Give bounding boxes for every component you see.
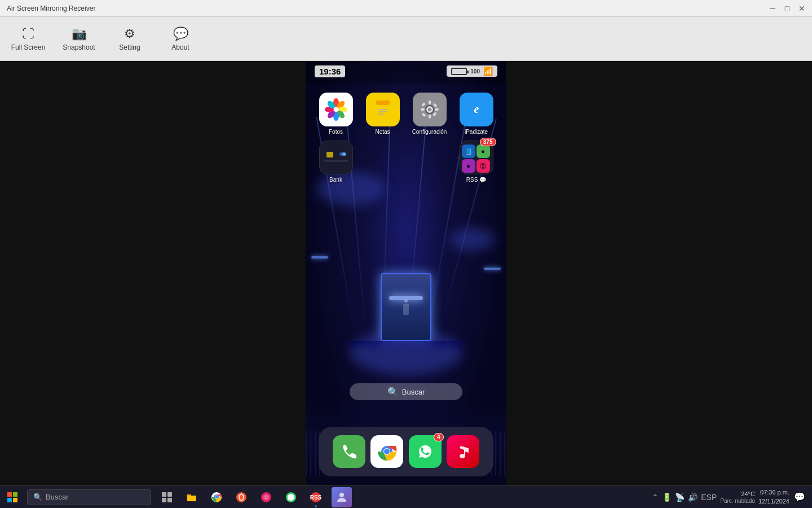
setting-button[interactable]: ⚙ Setting: [107, 20, 152, 58]
notas-label: Notas: [375, 129, 390, 135]
taskbar-avatar[interactable]: [332, 487, 352, 507]
taskbar-rss[interactable]: RSS: [304, 486, 327, 509]
about-button[interactable]: 💬 About: [158, 20, 203, 58]
title-bar-controls: ─ □ ✕: [767, 0, 807, 17]
ipadizate-icon: e: [460, 93, 493, 126]
app-empty-1: [361, 141, 404, 183]
svg-rect-16: [429, 100, 431, 104]
phone-icon: [333, 435, 365, 468]
dock-chrome[interactable]: [370, 435, 403, 468]
battery-level: 100: [470, 68, 480, 75]
system-icons: ⌃ 🔋 📡 🔊 ESP: [652, 493, 717, 502]
svg-rect-44: [162, 498, 166, 502]
taskbar-whatsapp[interactable]: [280, 486, 302, 509]
close-button[interactable]: ✕: [796, 3, 807, 14]
weather-temp: 24°C: [741, 491, 755, 497]
stage-screen-inner: [382, 274, 430, 340]
taskbar-app5[interactable]: [255, 486, 277, 509]
app-title: Air Screen Mirroring Receiver: [7, 5, 95, 12]
svg-text:e: e: [474, 103, 479, 115]
camera-icon: 📷: [72, 27, 87, 41]
full-screen-label: Full Screen: [11, 43, 46, 51]
taskbar-right: ⌃ 🔋 📡 🔊 ESP 24°C Parc. nublado 07:36 p.m…: [646, 488, 812, 506]
svg-rect-18: [421, 108, 425, 111]
app-bank[interactable]: Bank: [315, 141, 357, 183]
status-bar: 19:36 100 📶: [306, 59, 506, 84]
battery-taskbar-icon: 🔋: [662, 493, 672, 502]
volume-icon: 🔊: [688, 493, 698, 502]
app-fotos[interactable]: Fotos: [315, 93, 357, 135]
app-ipadizate[interactable]: e iPadizate: [455, 93, 497, 135]
taskbar-search-icon: 🔍: [33, 493, 42, 501]
taskbar-clock: 07:36 p.m. 12/11/2024: [758, 488, 789, 506]
chrome-icon: [370, 435, 403, 468]
minimize-button[interactable]: ─: [767, 3, 778, 14]
gear-icon: ⚙: [124, 27, 135, 41]
taskbar-search[interactable]: 🔍 Buscar: [27, 489, 151, 505]
svg-rect-20: [421, 102, 426, 107]
search-bar[interactable]: 🔍 Buscar: [350, 383, 462, 400]
bank-icon: [319, 141, 353, 174]
start-button[interactable]: [0, 486, 25, 509]
fotos-label: Fotos: [329, 129, 343, 135]
svg-point-35: [384, 449, 390, 454]
svg-point-49: [215, 496, 218, 498]
empty-slot-2: [413, 141, 447, 174]
taskbar: 🔍 Buscar: [0, 485, 812, 508]
svg-rect-43: [167, 492, 172, 497]
status-time: 19:36: [315, 65, 345, 77]
svg-point-52: [263, 494, 269, 500]
weather-desc: Parc. nublado: [720, 498, 755, 504]
full-screen-button[interactable]: ⛶ Full Screen: [6, 20, 51, 58]
toolbar: ⛶ Full Screen 📷 Snapshoot ⚙ Setting 💬 Ab…: [0, 17, 812, 61]
music-icon: [447, 435, 479, 468]
svg-rect-28: [324, 160, 348, 162]
app-rss[interactable]: 375 📘 ● ● Ⓢ RSS 💬: [455, 141, 497, 183]
taskbar-task-view[interactable]: [156, 486, 178, 509]
svg-rect-41: [13, 498, 17, 502]
dock-music[interactable]: [447, 435, 479, 468]
snapshoot-label: Snapshoot: [63, 43, 95, 51]
svg-rect-39: [13, 492, 17, 497]
svg-rect-42: [162, 492, 166, 497]
rss-label: RSS 💬: [466, 177, 486, 183]
svg-rect-27: [326, 152, 333, 157]
svg-rect-19: [435, 108, 439, 111]
about-icon: 💬: [173, 27, 188, 41]
svg-rect-40: [7, 498, 12, 502]
taskbar-explorer[interactable]: [180, 486, 203, 509]
maximize-button[interactable]: □: [782, 3, 793, 14]
svg-point-56: [339, 493, 344, 497]
taskbar-search-text: Buscar: [46, 493, 68, 501]
taskbar-brave[interactable]: [230, 486, 253, 509]
chevron-up-icon[interactable]: ⌃: [652, 493, 659, 502]
fotos-petals: [319, 93, 353, 126]
battery-icon: [451, 68, 467, 75]
main-area: 19:36 100 📶: [0, 61, 812, 485]
full-screen-icon: ⛶: [22, 27, 34, 41]
notification-button[interactable]: 💬: [793, 491, 806, 504]
notas-icon: [366, 93, 400, 126]
whatsapp-icon: 4: [409, 435, 442, 468]
svg-rect-23: [433, 112, 437, 116]
dock-phone[interactable]: [333, 435, 365, 468]
snapshoot-button[interactable]: 📷 Snapshoot: [56, 20, 102, 58]
stage-screen: [381, 273, 431, 341]
stage-area: [350, 273, 462, 397]
svg-rect-22: [421, 113, 426, 117]
app-notas[interactable]: Notas: [361, 93, 404, 135]
empty-slot-1: [366, 141, 400, 174]
taskbar-chrome[interactable]: [205, 486, 228, 509]
rss-badge: 375: [480, 138, 496, 146]
taskbar-date: 12/11/2024: [758, 497, 789, 506]
dock-whatsapp[interactable]: 4: [409, 435, 442, 468]
bank-label: Bank: [329, 177, 342, 183]
svg-rect-21: [433, 103, 437, 108]
fotos-icon: [319, 93, 353, 126]
title-bar: Air Screen Mirroring Receiver ─ □ ✕: [0, 0, 812, 17]
network-icon: 📡: [675, 493, 685, 502]
phone-screen: 19:36 100 📶: [306, 59, 506, 488]
app-empty-2: [408, 141, 451, 183]
search-icon: 🔍: [387, 387, 399, 397]
app-configuracion[interactable]: Configuración: [408, 93, 451, 135]
